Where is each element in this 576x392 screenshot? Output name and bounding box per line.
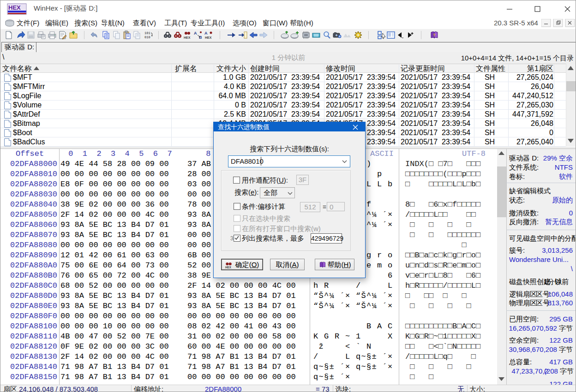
svg-text:010: 010 <box>144 36 150 39</box>
svg-text:HEX: HEX <box>8 4 21 11</box>
svg-text:A: A <box>204 31 208 36</box>
svg-text:?: ? <box>433 33 436 37</box>
svg-text:HEX: HEX <box>225 266 232 269</box>
svg-text:HEX: HEX <box>184 36 191 39</box>
svg-text:A: A <box>194 31 197 36</box>
svg-text:HEX: HEX <box>205 36 212 39</box>
svg-text:101: 101 <box>144 31 150 35</box>
